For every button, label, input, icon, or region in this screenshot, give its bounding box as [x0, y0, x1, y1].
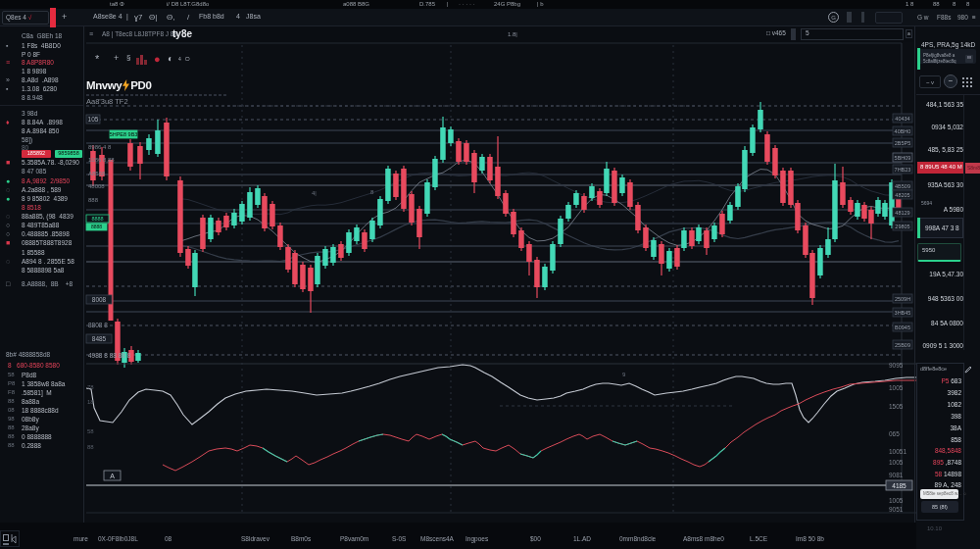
- svg-text:1.8|: 1.8|: [508, 31, 517, 37]
- svg-text:1505: 1505: [889, 403, 904, 410]
- svg-text:8808 8: 8808 8: [88, 322, 108, 328]
- svg-text:9051: 9051: [889, 506, 904, 513]
- svg-text:A: A: [110, 473, 115, 479]
- svg-text:40434: 40434: [895, 116, 909, 122]
- svg-text:1005: 1005: [889, 459, 904, 466]
- svg-text:9095: 9095: [889, 362, 904, 369]
- svg-text:1005: 1005: [889, 497, 904, 504]
- svg-text:4|: 4|: [312, 190, 317, 196]
- svg-text:8888: 8888: [91, 216, 103, 222]
- svg-text:48129: 48129: [895, 210, 909, 216]
- svg-text:A8568: A8568: [88, 171, 106, 176]
- svg-text:8986 4 8: 8986 4 8: [88, 144, 112, 150]
- svg-text:29805: 29805: [895, 224, 909, 229]
- svg-text:1086 8,88: 1086 8,88: [88, 157, 115, 163]
- svg-text:4B509: 4B509: [895, 183, 910, 189]
- svg-text:1005: 1005: [889, 384, 904, 391]
- svg-text:2509H: 2509H: [895, 296, 910, 302]
- svg-text:9081: 9081: [889, 472, 904, 478]
- svg-text:5BH09: 5BH09: [895, 155, 911, 161]
- svg-text:4185: 4185: [892, 482, 906, 489]
- svg-text:8485: 8485: [92, 335, 107, 342]
- svg-text:5HPE8 9B3: 5HPE8 9B3: [110, 131, 138, 137]
- svg-text:105: 105: [88, 116, 99, 123]
- svg-text:40BH0: 40BH0: [895, 128, 911, 134]
- svg-text:7HB23: 7HB23: [895, 167, 911, 173]
- svg-text:2B5P5: 2B5P5: [895, 140, 911, 146]
- svg-text:8888: 8888: [91, 224, 102, 229]
- svg-text:8008: 8008: [92, 296, 107, 303]
- svg-text:48205: 48205: [895, 192, 909, 198]
- svg-text:065: 065: [889, 430, 900, 437]
- svg-text:48008: 48008: [88, 183, 105, 189]
- svg-text:3HB45: 3HB45: [895, 310, 911, 316]
- svg-text:58: 58: [87, 428, 94, 434]
- svg-text:10051: 10051: [889, 448, 906, 455]
- svg-text:18: 18: [87, 399, 94, 405]
- svg-text:B0945: B0945: [895, 324, 910, 330]
- svg-text:88: 88: [87, 444, 94, 450]
- svg-text:78: 78: [87, 384, 94, 390]
- svg-text:9: 9: [622, 372, 626, 377]
- svg-text:4988 8 88 88 8: 4988 8 88 88 8: [88, 352, 131, 359]
- svg-text:25B09: 25B09: [895, 342, 910, 348]
- svg-text:888: 888: [88, 197, 99, 203]
